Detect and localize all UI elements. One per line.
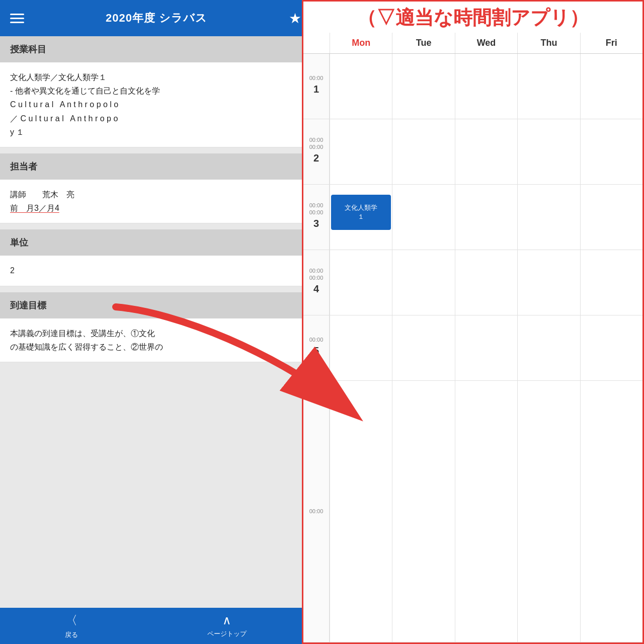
day-header-tue: Tue (392, 33, 454, 53)
credits-value: 2 (0, 256, 311, 286)
period-1-fri (580, 54, 642, 119)
period-4-fri (580, 250, 642, 315)
back-label: 戻る (65, 630, 78, 639)
time-col-header (303, 33, 330, 53)
period-4-tue (392, 250, 454, 315)
period-1-mon (330, 54, 392, 119)
period-2-block: 00:00 00:00 2 (303, 119, 642, 185)
period-extra-time: 00:00 (303, 381, 330, 642)
app-header: 2020年度 シラバス ★ (0, 0, 311, 36)
period-3-wed (455, 185, 517, 250)
period-3-fri (580, 185, 642, 250)
course-block-bunkajinruigaku[interactable]: 文化人類学１ (331, 195, 391, 230)
period-1-days (330, 54, 642, 119)
hamburger-button[interactable] (10, 14, 24, 23)
subject-content: 文化人類学／文化人類学１ - 他者や異文化を通じて自己と自文化を学 C u l … (0, 62, 311, 147)
period-1-tue (392, 54, 454, 119)
period-2-fri (580, 119, 642, 184)
instructor-content: 講師 荒木 亮 前 月3／月4 (0, 180, 311, 223)
period-3-tue (392, 185, 454, 250)
period-1-wed (455, 54, 517, 119)
period-5-mon (330, 315, 392, 380)
period-1-block: 00:00 1 (303, 54, 642, 119)
timetable-body: 00:00 1 00:00 00:00 2 (303, 54, 642, 642)
period-2-time: 00:00 00:00 2 (303, 119, 330, 184)
period-3-mon: 文化人類学１ (330, 185, 392, 250)
period-1-thu (517, 54, 580, 119)
period-4-time: 00:00 00:00 4 (303, 250, 330, 315)
day-header-wed: Wed (455, 33, 517, 53)
back-icon: 〈 (65, 612, 77, 628)
period-extra-block: 00:00 (303, 381, 642, 642)
day-header-thu: Thu (517, 33, 580, 53)
period-4-thu (517, 250, 580, 315)
page-top-icon: ∧ (222, 613, 231, 627)
timetable-header: Mon Tue Wed Thu Fri (303, 33, 642, 54)
period-3-days: 文化人類学１ (330, 185, 642, 250)
period-2-tue (392, 119, 454, 184)
objectives-content: 本講義の到達目標は、受講生が、①文化 の基礎知識を広く習得すること、②世界の (0, 318, 311, 362)
period-extra-days (330, 381, 642, 642)
period-5-tue (392, 315, 454, 380)
syllabus-content: 授業科目 文化人類学／文化人類学１ - 他者や異文化を通じて自己と自文化を学 C… (0, 36, 311, 608)
period-3-time: 00:00 00:00 3 (303, 185, 330, 250)
period-5-fri (580, 315, 642, 380)
app-title: 2020年度 シラバス (106, 11, 207, 26)
period-2-mon (330, 119, 392, 184)
star-button[interactable]: ★ (289, 10, 301, 27)
instructor-header: 担当者 (0, 153, 311, 180)
annotation-text: （▽適当な時間割アプリ） (303, 2, 642, 33)
page-top-button[interactable]: ∧ ページトップ (207, 613, 247, 638)
period-3-thu (517, 185, 580, 250)
period-3-block: 00:00 00:00 3 文化人類学１ (303, 185, 642, 250)
instructor-schedule: 前 月3／月4 (10, 204, 59, 212)
period-2-thu (517, 119, 580, 184)
objectives-header: 到達目標 (0, 292, 311, 318)
credits-header: 単位 (0, 229, 311, 256)
period-2-days (330, 119, 642, 184)
period-2-wed (455, 119, 517, 184)
period-1-time: 00:00 1 (303, 54, 330, 119)
back-button[interactable]: 〈 戻る (65, 612, 78, 639)
period-4-block: 00:00 00:00 4 (303, 250, 642, 315)
subject-header: 授業科目 (0, 36, 311, 62)
period-4-days (330, 250, 642, 315)
period-5-time: 00:00 5 (303, 315, 330, 380)
day-header-fri: Fri (580, 33, 642, 53)
period-5-wed (455, 315, 517, 380)
bottom-navigation: 〈 戻る ∧ ページトップ (0, 608, 311, 644)
page-top-label: ページトップ (207, 629, 247, 638)
period-4-mon (330, 250, 392, 315)
period-5-block: 00:00 5 (303, 315, 642, 381)
period-4-wed (455, 250, 517, 315)
day-header-mon: Mon (330, 33, 392, 53)
period-5-thu (517, 315, 580, 380)
period-5-days (330, 315, 642, 380)
syllabus-panel: 2020年度 シラバス ★ 授業科目 文化人類学／文化人類学１ - 他者や異文化… (0, 0, 312, 644)
timetable-panel: （▽適当な時間割アプリ） Mon Tue Wed Thu Fri 00:00 1 (302, 0, 644, 644)
